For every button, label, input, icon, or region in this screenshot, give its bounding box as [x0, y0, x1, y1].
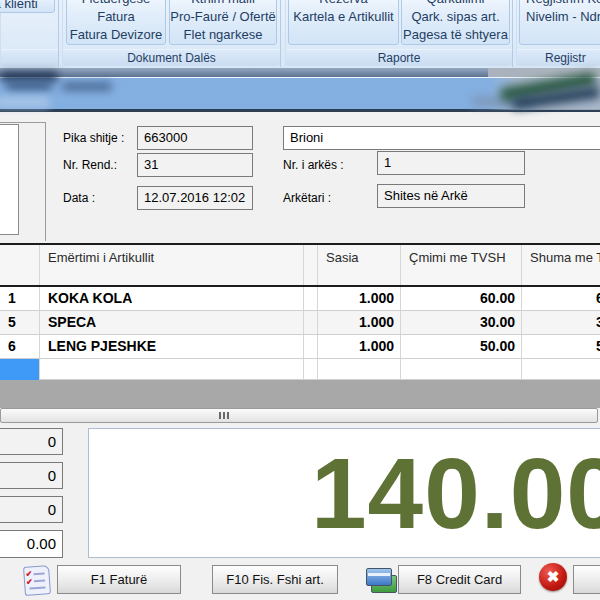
cell-qty: 1.000: [317, 287, 400, 310]
arketari-label: Arkëtari :: [283, 191, 331, 205]
col-header-qty[interactable]: Sasia: [317, 245, 400, 285]
data-field[interactable]: 12.07.2016 12:02: [137, 186, 253, 210]
kartela-artikullit-button[interactable]: Rezerva Kartela e Artikullit: [288, 0, 399, 45]
ribbon-group-cut-label: [1, 49, 58, 66]
client-payment-label: ga klienti: [0, 0, 54, 13]
cell-qty: [317, 359, 400, 379]
counter-field-1[interactable]: 0: [0, 428, 63, 455]
ribbon-group-cut-left: ga klienti: [0, 0, 59, 67]
group-label-dokument-dales: Dokument Dalës: [63, 49, 280, 66]
ribbon-group-dokument-dales: Fletdërgesë Fatura Fatura Devizore Kthim…: [62, 0, 281, 67]
f10-fshi-art-button[interactable]: F10 Fis. Fshi art.: [212, 565, 338, 594]
cell-price: 30.00: [400, 311, 521, 334]
splitter-bar[interactable]: [0, 408, 598, 423]
selected-cell[interactable]: [0, 359, 39, 382]
cell-name: KOKA KOLA: [39, 287, 303, 310]
grid-new-row[interactable]: [0, 359, 600, 380]
cell-id: 5: [0, 311, 39, 334]
group-label-regjistrime: Regjistr: [517, 49, 600, 66]
ribbon-toolbar: ga klienti Fletdërgesë Fatura Fatura Dev…: [0, 0, 600, 69]
counter-field-3[interactable]: 0: [0, 496, 63, 523]
pika-name-field[interactable]: Brioni: [283, 126, 600, 150]
arketari-field[interactable]: Shites në Arkë: [377, 184, 525, 208]
cell-spacer: [303, 287, 318, 310]
col-header-id[interactable]: [0, 245, 39, 285]
grid-header-row: Emërtimi i Artikullit Sasia Çmimi me TVS…: [0, 245, 600, 285]
cell-price: [400, 359, 521, 379]
cell-qty: 1.000: [317, 311, 400, 334]
cell-name: LENG PJESHKE: [39, 335, 303, 358]
cell-qty: 1.000: [317, 335, 400, 358]
credit-cards-icon[interactable]: [366, 567, 396, 593]
invoice-checklist-icon[interactable]: ✔ ✔: [23, 565, 51, 596]
data-label: Data :: [63, 191, 95, 205]
cell-name: SPECA: [39, 311, 303, 334]
cell-sum: [521, 359, 600, 379]
fatura-button[interactable]: Fletdërgesë Fatura Fatura Devizore: [66, 0, 166, 45]
col-header-spacer[interactable]: [303, 245, 318, 285]
qarkullimi-button[interactable]: Qarkullimi Qark. sipas art. Pagesa të sh…: [401, 0, 510, 45]
nr-rend-label: Nr. Rend.:: [63, 158, 117, 172]
group-label-raporte: Raporte: [286, 49, 512, 66]
cell-name: [39, 359, 303, 379]
splitter-grip-icon: [219, 412, 229, 419]
col-header-sum[interactable]: Shuma me TVSH: [521, 245, 600, 285]
cell-sum: 30.00: [521, 311, 600, 334]
col-header-name[interactable]: Emërtimi i Artikullit: [39, 245, 303, 285]
nivelim-button[interactable]: Regjistrim Ko Nivelim - Ndr: [519, 0, 600, 45]
total-display-panel: 140.00: [88, 428, 600, 558]
grid-row[interactable]: 1 KOKA KOLA 1.000 60.00 60.00: [0, 287, 600, 311]
groupbox-border: [0, 122, 46, 123]
cell-id: 6: [0, 335, 39, 358]
client-payment-button[interactable]: ga klienti: [0, 0, 55, 13]
kthim-malli-button[interactable]: Kthim malli Pro-Faurë / Ofertë Flet ngar…: [169, 0, 277, 45]
pos-window: ga klienti Fletdërgesë Fatura Fatura Dev…: [0, 0, 600, 600]
nr-arkes-label: Nr. i arkës :: [283, 158, 344, 172]
banner-top-strip: [0, 68, 600, 77]
grid-empty-area: [0, 380, 600, 408]
cell-sum: 60.00: [521, 287, 600, 310]
amount-field[interactable]: 0.00: [0, 530, 63, 558]
pika-shitje-field[interactable]: 663000: [137, 126, 253, 150]
grid-row[interactable]: 5 SPECA 1.000 30.00 30.00: [0, 311, 600, 335]
blurred-text-smudge: [62, 82, 112, 91]
nr-rend-field[interactable]: 31: [137, 153, 253, 177]
blurred-text-smudge: [0, 72, 58, 81]
cell-spacer: [303, 311, 318, 334]
f8-credit-card-button[interactable]: F8 Credit Card: [398, 565, 521, 594]
f1-fature-button[interactable]: F1 Faturë: [57, 565, 181, 594]
close-icon[interactable]: ✖: [539, 563, 567, 591]
col-header-price[interactable]: Çmimi me TVSH: [400, 245, 521, 285]
cell-spacer: [303, 335, 318, 358]
grid-row[interactable]: 6 LENG PJESHKE 1.000 50.00 50.00: [0, 335, 600, 359]
counter-field-2[interactable]: 0: [0, 462, 63, 489]
cell-price: 50.00: [400, 335, 521, 358]
pika-shitje-label: Pika shitje :: [63, 131, 124, 145]
partial-right-button[interactable]: [573, 565, 600, 594]
ribbon-group-regjistrime: Regjistrim Ko Nivelim - Ndr Regjistr: [516, 0, 600, 67]
cell-sum: 50.00: [521, 335, 600, 358]
cell-id: 1: [0, 287, 39, 310]
groupbox-border: [45, 122, 46, 241]
grand-total-value: 140.00: [311, 443, 600, 543]
nr-arkes-field[interactable]: 1: [377, 151, 525, 175]
blurred-text-smudge: [6, 82, 52, 90]
cell-price: 60.00: [400, 287, 521, 310]
blurred-text-smudge: [0, 97, 50, 107]
cell-spacer: [303, 359, 318, 379]
cut-panel-left: [0, 124, 19, 235]
ribbon-group-raporte: Rezerva Kartela e Artikullit Qarkullimi …: [285, 0, 513, 67]
